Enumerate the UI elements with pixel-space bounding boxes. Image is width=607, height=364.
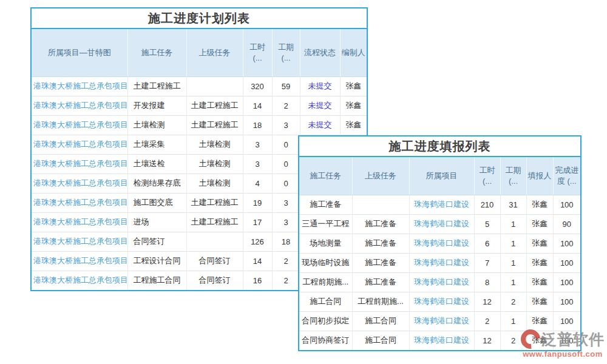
cell-project[interactable]: 港珠澳大桥施工总承包项目 (32, 193, 127, 212)
cell-project[interactable]: 港珠澳大桥施工总承包项目 (32, 115, 127, 135)
col-header-project: 所属项目 (409, 157, 474, 195)
cell-duration: 1 (500, 234, 526, 253)
cell-parent: 施工准备 (352, 272, 409, 292)
cell-duration: 0 (272, 154, 300, 174)
cell-project[interactable]: 港珠澳大桥施工总承包项目 (32, 174, 127, 193)
table-row: 施工合同工程前期施...珠海鹤港口建设122张鑫100 (299, 292, 580, 311)
cell-parent (186, 76, 243, 96)
cell-parent: 施工准备 (352, 253, 409, 272)
cell-task: 场地测量 (299, 234, 352, 253)
cell-task: 进场 (127, 212, 186, 232)
cell-progress: 100 (553, 292, 580, 311)
cell-hours: 16 (243, 271, 272, 290)
cell-duration: 2 (272, 271, 300, 290)
cell-reporter: 张鑫 (526, 311, 553, 331)
cell-hours: 12 (474, 292, 500, 311)
cell-progress: 100 (553, 311, 580, 331)
col-header-parent-task: 上级任务 (186, 29, 243, 76)
cell-project[interactable]: 港珠澳大桥施工总承包项目 (32, 271, 127, 290)
cell-author: 张鑫 (340, 115, 367, 135)
cell-hours: 3 (243, 135, 272, 154)
cell-hours: 14 (243, 251, 272, 271)
cell-progress: 100 (553, 331, 580, 350)
cell-project[interactable]: 珠海鹤港口建设 (409, 311, 474, 331)
fill-table: 施工进度填报列表 施工任务 上级任务 所属项目 工时 (... 工期 (... … (298, 135, 582, 351)
cell-duration: 1 (500, 272, 526, 292)
cell-task: 施工准备 (299, 195, 352, 214)
cell-project[interactable]: 珠海鹤港口建设 (409, 234, 474, 253)
cell-task: 合同协商签订 (299, 331, 352, 350)
cell-project[interactable]: 港珠澳大桥施工总承包项目 (32, 76, 127, 96)
fill-table-grid: 施工任务 上级任务 所属项目 工时 (... 工期 (... 填报人 完成进度 … (299, 157, 580, 350)
cell-project[interactable]: 珠海鹤港口建设 (409, 292, 474, 311)
cell-project[interactable]: 港珠澳大桥施工总承包项目 (32, 232, 127, 251)
cell-hours: 12 (474, 331, 500, 350)
cell-duration: 2 (272, 251, 300, 271)
cell-task: 施工图交底 (127, 193, 186, 212)
cell-project[interactable]: 港珠澳大桥施工总承包项目 (32, 154, 127, 174)
plan-table-header-row: 所属项目—甘特图 施工任务 上级任务 工时 (... 工期 (... 流程状态 … (32, 29, 367, 76)
cell-project[interactable]: 珠海鹤港口建设 (409, 214, 474, 234)
cell-task: 开发报建 (127, 96, 186, 115)
cell-parent: 施工准备 (352, 234, 409, 253)
cell-parent: 施工合同 (352, 311, 409, 331)
cell-status[interactable]: 未提交 (300, 96, 340, 115)
cell-duration: 18 (272, 232, 300, 251)
col-header-progress: 完成进度 (... (553, 157, 580, 195)
fill-table-title: 施工进度填报列表 (299, 136, 580, 157)
cell-task: 工程设计合同 (127, 251, 186, 271)
table-row: 施工准备珠海鹤港口建设21031张鑫100 (299, 195, 580, 214)
cell-duration: 31 (500, 195, 526, 214)
cell-parent: 土壤检测 (186, 135, 243, 154)
cell-parent: 施工准备 (352, 214, 409, 234)
cell-project[interactable]: 珠海鹤港口建设 (409, 195, 474, 214)
cell-progress: 100 (553, 234, 580, 253)
cell-hours: 126 (243, 232, 272, 251)
cell-hours: 6 (474, 234, 500, 253)
cell-hours: 320 (243, 76, 272, 96)
cell-task: 土壤送检 (127, 154, 186, 174)
table-row: 港珠澳大桥施工总承包项目土壤检测土建工程施工183未提交张鑫 (32, 115, 367, 135)
col-header-reporter: 填报人 (526, 157, 553, 195)
cell-status[interactable]: 未提交 (300, 76, 340, 96)
col-header-author: 编制人 (340, 29, 367, 76)
cell-reporter: 张鑫 (526, 234, 553, 253)
cell-parent: 合同签订 (186, 251, 243, 271)
cell-project[interactable]: 港珠澳大桥施工总承包项目 (32, 135, 127, 154)
table-row: 港珠澳大桥施工总承包项目土建工程施工32059未提交张鑫 (32, 76, 367, 96)
cell-project[interactable]: 珠海鹤港口建设 (409, 272, 474, 292)
cell-reporter: 张鑫 (526, 214, 553, 234)
cell-task: 合同初步拟定 (299, 311, 352, 331)
plan-table-title: 施工进度计划列表 (32, 8, 367, 29)
cell-progress: 100 (553, 253, 580, 272)
cell-project[interactable]: 港珠澳大桥施工总承包项目 (32, 212, 127, 232)
cell-project[interactable]: 港珠澳大桥施工总承包项目 (32, 96, 127, 115)
cell-parent: 土壤检测 (186, 174, 243, 193)
cell-duration: 2 (500, 292, 526, 311)
cell-hours: 7 (474, 253, 500, 272)
cell-duration: 0 (272, 135, 300, 154)
cell-status[interactable]: 未提交 (300, 115, 340, 135)
table-row: 工程前期施...施工准备珠海鹤港口建设81张鑫100 (299, 272, 580, 292)
cell-hours: 5 (474, 214, 500, 234)
cell-duration: 1 (500, 311, 526, 331)
cell-reporter: 张鑫 (526, 272, 553, 292)
cell-parent (352, 195, 409, 214)
cell-task: 合同签订 (127, 232, 186, 251)
fill-table-header-row: 施工任务 上级任务 所属项目 工时 (... 工期 (... 填报人 完成进度 … (299, 157, 580, 195)
cell-task: 土壤检测 (127, 115, 186, 135)
cell-duration: 2 (272, 96, 300, 115)
cell-project[interactable]: 港珠澳大桥施工总承包项目 (32, 251, 127, 271)
cell-project[interactable]: 珠海鹤港口建设 (409, 253, 474, 272)
cell-parent: 土建工程施工 (186, 193, 243, 212)
col-header-hours: 工时 (... (474, 157, 500, 195)
table-row: 三通一平工程施工准备珠海鹤港口建设51张鑫90 (299, 214, 580, 234)
cell-reporter: 张鑫 (526, 195, 553, 214)
col-header-task: 施工任务 (299, 157, 352, 195)
cell-hours: 2 (474, 311, 500, 331)
col-header-hours: 工时 (... (243, 29, 272, 76)
col-header-project-gantt: 所属项目—甘特图 (32, 29, 127, 76)
cell-project[interactable]: 珠海鹤港口建设 (409, 331, 474, 350)
cell-duration: 2 (500, 331, 526, 350)
cell-duration: 3 (272, 212, 300, 232)
